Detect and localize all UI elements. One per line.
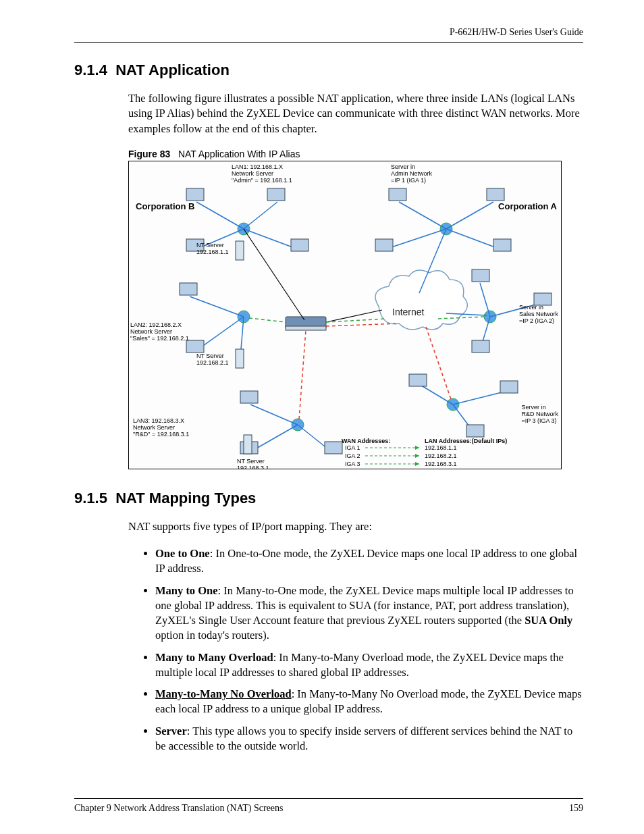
svg-rect-59 <box>244 435 252 454</box>
fig-lanip2: 192.168.2.1 <box>425 453 457 460</box>
fig-server-rd: Server in R&D Network =IP 3 (IGA 3) <box>521 405 558 425</box>
section-title: NAT Application <box>115 61 230 78</box>
svg-rect-50 <box>325 442 342 454</box>
fig-corpb-label: Corporation B <box>136 202 194 211</box>
svg-marker-64 <box>415 454 419 458</box>
term-mtm-overload: Many to Many Overload <box>155 651 273 664</box>
term-mtm-no-overload: Many-to-Many No Overload <box>155 687 292 700</box>
footer-chapter: Chapter 9 Network Address Translation (N… <box>74 803 284 814</box>
section-number: 9.1.4 <box>74 61 107 78</box>
fig-internet-label: Internet <box>392 307 424 317</box>
section-number-2: 9.1.5 <box>74 490 107 506</box>
svg-rect-45 <box>493 239 511 251</box>
desc-many-to-one: : In Many-to-One mode, the ZyXEL Device … <box>155 584 574 627</box>
svg-line-37 <box>426 327 452 401</box>
svg-marker-63 <box>415 446 419 450</box>
figure-title: NAT Application With IP Alias <box>178 149 300 159</box>
list-item: Many to One: In Many-to-One mode, the Zy… <box>155 583 583 644</box>
fig-ntserver3: NT Server 192.168.3.1 <box>237 459 269 469</box>
svg-rect-53 <box>472 340 489 353</box>
fig-ntserver1: NT Server 192.168.1.1 <box>196 242 229 256</box>
svg-rect-56 <box>466 425 484 437</box>
header-guide-title: P-662H/HW-D Series User's Guide <box>74 27 583 38</box>
svg-line-36 <box>326 323 399 326</box>
svg-rect-58 <box>236 349 244 368</box>
svg-rect-54 <box>409 374 427 386</box>
svg-rect-47 <box>186 340 204 353</box>
svg-rect-51 <box>472 269 489 282</box>
svg-rect-39 <box>267 188 285 201</box>
footer: Chapter 9 Network Address Translation (N… <box>74 803 583 814</box>
figure-number: Figure 83 <box>128 149 170 159</box>
svg-line-15 <box>385 229 446 249</box>
svg-rect-44 <box>375 239 393 251</box>
desc-one-to-one: : In One-to-One mode, the ZyXEL Device m… <box>155 547 577 575</box>
svg-rect-38 <box>186 188 204 201</box>
svg-line-32 <box>249 318 286 322</box>
fig-lanip1: 192.168.1.1 <box>425 445 457 452</box>
fig-server-sales: Server in Sales Network =IP 2 (IGA 2) <box>519 305 558 325</box>
term-one-to-one: One to One <box>155 547 210 560</box>
svg-line-24 <box>480 283 490 317</box>
svg-rect-43 <box>487 188 504 201</box>
section-915-intro: NAT supports five types of IP/port mappi… <box>74 519 583 534</box>
section-914-paragraph: The following figure illustrates a possi… <box>74 91 583 136</box>
svg-line-28 <box>453 391 507 405</box>
svg-line-8 <box>196 202 244 229</box>
figure-diagram: LAN1: 192.168.1.X Network Server "Admin"… <box>128 161 562 469</box>
fig-lan3-label: LAN3: 192.168.3.X Network Server "R&D" =… <box>133 418 189 438</box>
svg-line-14 <box>446 202 493 229</box>
fig-iga2: IGA 2 <box>345 453 360 460</box>
list-item: One to One: In One-to-One mode, the ZyXE… <box>155 546 583 577</box>
footer-page-number: 159 <box>569 803 583 814</box>
list-item: Many-to-Many No Overload: In Many-to-Man… <box>155 687 583 717</box>
fig-corpa-label: Corporation A <box>498 202 557 211</box>
svg-line-27 <box>419 384 453 405</box>
fig-iga3: IGA 3 <box>345 461 360 468</box>
fig-iga1: IGA 1 <box>345 445 360 452</box>
svg-line-18 <box>190 296 244 317</box>
fig-ntserver2: NT Server 192.168.2.1 <box>196 353 229 367</box>
svg-line-16 <box>446 229 500 249</box>
fig-lanip3: 192.168.3.1 <box>425 461 457 468</box>
term-many-to-one: Many to One <box>155 584 218 597</box>
svg-marker-65 <box>415 462 419 466</box>
desc-server: : This type allows you to specify inside… <box>155 725 572 752</box>
fig-lan2-label: LAN2: 192.168.2.X Network Server "Sales"… <box>130 322 189 342</box>
svg-rect-46 <box>180 283 197 295</box>
svg-line-13 <box>399 202 446 229</box>
svg-line-35 <box>299 330 306 419</box>
svg-rect-42 <box>389 188 406 201</box>
svg-line-11 <box>244 229 298 249</box>
term-server: Server <box>155 725 187 737</box>
list-item: Many to Many Overload: In Many-to-Many O… <box>155 650 583 681</box>
fig-lan1-label: LAN1: 192.168.1.X Network Server "Admin"… <box>232 164 292 184</box>
figure-caption: Figure 83 NAT Application With IP Alias <box>74 149 583 159</box>
svg-rect-41 <box>291 239 308 251</box>
section-heading-914: 9.1.4 NAT Application <box>74 61 583 79</box>
section-heading-915: 9.1.5 NAT Mapping Types <box>74 490 583 507</box>
svg-rect-55 <box>500 381 518 393</box>
svg-line-9 <box>244 202 277 229</box>
list-item: Server: This type allows you to specify … <box>155 724 583 754</box>
mapping-types-list: One to One: In One-to-One mode, the ZyXE… <box>128 546 583 754</box>
svg-line-21 <box>250 405 298 425</box>
svg-rect-1 <box>286 326 326 330</box>
fig-server-admin: Server in Admin Network =IP 1 (IGA 1) <box>391 164 432 184</box>
section-title-2: NAT Mapping Types <box>115 490 256 506</box>
svg-rect-57 <box>236 241 244 260</box>
desc-many-to-one-2: option in today's routers). <box>155 629 269 642</box>
footer-rule <box>74 798 583 799</box>
bold-sua-only: SUA Only <box>525 614 572 627</box>
header-rule <box>74 42 583 43</box>
svg-line-30 <box>326 310 382 322</box>
svg-rect-48 <box>240 391 258 403</box>
